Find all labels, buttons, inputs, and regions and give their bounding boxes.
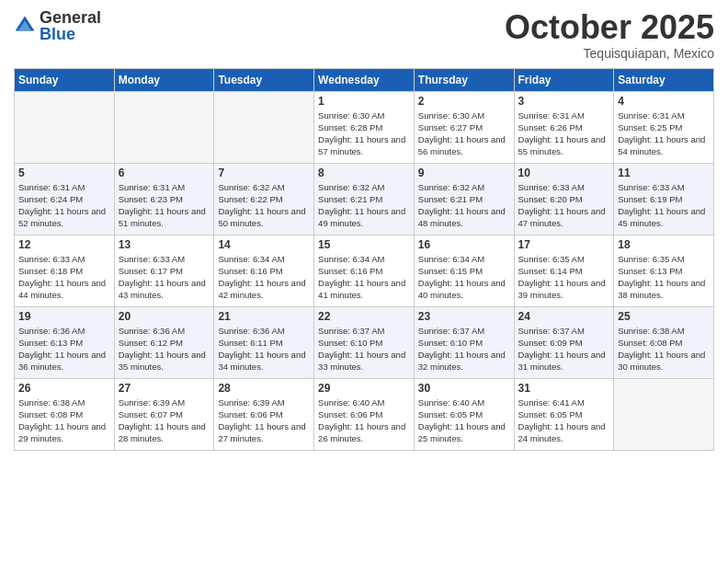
day-number: 24 bbox=[518, 310, 610, 323]
day-number: 20 bbox=[119, 310, 210, 323]
calendar-cell: 17Sunrise: 6:35 AMSunset: 6:14 PMDayligh… bbox=[514, 235, 614, 306]
day-number: 4 bbox=[618, 95, 710, 108]
day-info: Sunrise: 6:33 AMSunset: 6:20 PMDaylight:… bbox=[518, 181, 610, 230]
title-block: October 2025 Tequisquiapan, Mexico bbox=[505, 9, 714, 61]
day-info: Sunrise: 6:31 AMSunset: 6:26 PMDaylight:… bbox=[518, 109, 610, 158]
calendar-cell: 9Sunrise: 6:32 AMSunset: 6:21 PMDaylight… bbox=[414, 163, 514, 235]
weekday-header: Thursday bbox=[414, 68, 514, 91]
day-number: 30 bbox=[418, 382, 510, 395]
day-number: 19 bbox=[18, 310, 110, 323]
day-number: 9 bbox=[418, 167, 510, 179]
day-number: 16 bbox=[418, 238, 510, 251]
day-number: 7 bbox=[218, 167, 310, 179]
calendar-table: SundayMondayTuesdayWednesdayThursdayFrid… bbox=[14, 68, 714, 451]
location: Tequisquiapan, Mexico bbox=[505, 46, 714, 61]
calendar-week-row: 1Sunrise: 6:30 AMSunset: 6:28 PMDaylight… bbox=[15, 91, 714, 163]
day-info: Sunrise: 6:33 AMSunset: 6:17 PMDaylight:… bbox=[119, 253, 210, 302]
day-info: Sunrise: 6:35 AMSunset: 6:13 PMDaylight:… bbox=[618, 253, 710, 302]
day-number: 23 bbox=[418, 310, 510, 323]
day-info: Sunrise: 6:37 AMSunset: 6:10 PMDaylight:… bbox=[418, 325, 510, 373]
day-number: 28 bbox=[218, 382, 310, 395]
day-number: 5 bbox=[18, 167, 110, 179]
day-info: Sunrise: 6:32 AMSunset: 6:21 PMDaylight:… bbox=[418, 181, 510, 230]
day-info: Sunrise: 6:38 AMSunset: 6:08 PMDaylight:… bbox=[18, 396, 110, 445]
day-info: Sunrise: 6:41 AMSunset: 6:05 PMDaylight:… bbox=[518, 396, 610, 445]
day-info: Sunrise: 6:32 AMSunset: 6:21 PMDaylight:… bbox=[318, 181, 410, 230]
weekday-header: Monday bbox=[114, 68, 214, 91]
day-number: 18 bbox=[618, 238, 710, 251]
calendar-cell: 15Sunrise: 6:34 AMSunset: 6:16 PMDayligh… bbox=[314, 235, 415, 306]
calendar-cell: 13Sunrise: 6:33 AMSunset: 6:17 PMDayligh… bbox=[114, 235, 214, 306]
calendar-cell: 21Sunrise: 6:36 AMSunset: 6:11 PMDayligh… bbox=[214, 306, 314, 378]
day-number: 14 bbox=[218, 238, 310, 251]
calendar-cell bbox=[214, 91, 314, 163]
weekday-header: Friday bbox=[514, 68, 614, 91]
calendar-cell: 3Sunrise: 6:31 AMSunset: 6:26 PMDaylight… bbox=[514, 91, 614, 163]
day-number: 12 bbox=[18, 238, 110, 251]
day-number: 2 bbox=[418, 95, 510, 108]
logo-text: General Blue bbox=[40, 9, 101, 42]
day-info: Sunrise: 6:34 AMSunset: 6:15 PMDaylight:… bbox=[418, 253, 510, 302]
calendar-cell: 6Sunrise: 6:31 AMSunset: 6:23 PMDaylight… bbox=[114, 163, 214, 235]
calendar-week-row: 26Sunrise: 6:38 AMSunset: 6:08 PMDayligh… bbox=[15, 378, 714, 450]
day-info: Sunrise: 6:31 AMSunset: 6:24 PMDaylight:… bbox=[18, 181, 110, 230]
day-info: Sunrise: 6:32 AMSunset: 6:22 PMDaylight:… bbox=[218, 181, 310, 230]
calendar-cell: 8Sunrise: 6:32 AMSunset: 6:21 PMDaylight… bbox=[314, 163, 415, 235]
calendar-cell: 26Sunrise: 6:38 AMSunset: 6:08 PMDayligh… bbox=[15, 378, 115, 450]
calendar-cell: 20Sunrise: 6:36 AMSunset: 6:12 PMDayligh… bbox=[114, 306, 214, 378]
weekday-header: Wednesday bbox=[314, 68, 415, 91]
calendar-cell: 22Sunrise: 6:37 AMSunset: 6:10 PMDayligh… bbox=[314, 306, 415, 378]
day-info: Sunrise: 6:33 AMSunset: 6:19 PMDaylight:… bbox=[618, 181, 710, 230]
calendar-week-row: 19Sunrise: 6:36 AMSunset: 6:13 PMDayligh… bbox=[15, 306, 714, 378]
day-info: Sunrise: 6:37 AMSunset: 6:09 PMDaylight:… bbox=[518, 325, 610, 373]
calendar-cell: 14Sunrise: 6:34 AMSunset: 6:16 PMDayligh… bbox=[214, 235, 314, 306]
day-number: 22 bbox=[318, 310, 410, 323]
day-number: 26 bbox=[18, 382, 110, 395]
day-info: Sunrise: 6:33 AMSunset: 6:18 PMDaylight:… bbox=[18, 253, 110, 302]
logo-general: General bbox=[40, 9, 101, 26]
day-number: 6 bbox=[119, 167, 210, 179]
calendar-cell: 7Sunrise: 6:32 AMSunset: 6:22 PMDaylight… bbox=[214, 163, 314, 235]
day-info: Sunrise: 6:31 AMSunset: 6:25 PMDaylight:… bbox=[618, 109, 710, 158]
day-number: 1 bbox=[318, 95, 410, 108]
day-number: 29 bbox=[318, 382, 410, 395]
weekday-header: Saturday bbox=[614, 68, 714, 91]
logo-icon bbox=[14, 15, 36, 37]
day-number: 15 bbox=[318, 238, 410, 251]
calendar-cell: 30Sunrise: 6:40 AMSunset: 6:05 PMDayligh… bbox=[414, 378, 514, 450]
calendar-cell: 11Sunrise: 6:33 AMSunset: 6:19 PMDayligh… bbox=[614, 163, 714, 235]
calendar-cell bbox=[15, 91, 115, 163]
calendar-cell: 10Sunrise: 6:33 AMSunset: 6:20 PMDayligh… bbox=[514, 163, 614, 235]
day-info: Sunrise: 6:36 AMSunset: 6:11 PMDaylight:… bbox=[218, 325, 310, 373]
day-number: 27 bbox=[119, 382, 210, 395]
logo-blue: Blue bbox=[40, 26, 101, 42]
day-number: 3 bbox=[518, 95, 610, 108]
calendar-cell: 25Sunrise: 6:38 AMSunset: 6:08 PMDayligh… bbox=[614, 306, 714, 378]
day-number: 8 bbox=[318, 167, 410, 179]
day-info: Sunrise: 6:37 AMSunset: 6:10 PMDaylight:… bbox=[318, 325, 410, 373]
page: General Blue October 2025 Tequisquiapan,… bbox=[0, 0, 728, 563]
calendar-cell: 31Sunrise: 6:41 AMSunset: 6:05 PMDayligh… bbox=[514, 378, 614, 450]
calendar-cell: 16Sunrise: 6:34 AMSunset: 6:15 PMDayligh… bbox=[414, 235, 514, 306]
day-info: Sunrise: 6:40 AMSunset: 6:05 PMDaylight:… bbox=[418, 396, 510, 445]
calendar-cell: 27Sunrise: 6:39 AMSunset: 6:07 PMDayligh… bbox=[114, 378, 214, 450]
day-number: 17 bbox=[518, 238, 610, 251]
header: General Blue October 2025 Tequisquiapan,… bbox=[14, 9, 714, 61]
weekday-header: Tuesday bbox=[214, 68, 314, 91]
day-info: Sunrise: 6:40 AMSunset: 6:06 PMDaylight:… bbox=[318, 396, 410, 445]
logo: General Blue bbox=[14, 9, 101, 42]
calendar-cell: 19Sunrise: 6:36 AMSunset: 6:13 PMDayligh… bbox=[15, 306, 115, 378]
calendar-cell: 24Sunrise: 6:37 AMSunset: 6:09 PMDayligh… bbox=[514, 306, 614, 378]
day-number: 13 bbox=[119, 238, 210, 251]
calendar-cell: 18Sunrise: 6:35 AMSunset: 6:13 PMDayligh… bbox=[614, 235, 714, 306]
day-info: Sunrise: 6:34 AMSunset: 6:16 PMDaylight:… bbox=[218, 253, 310, 302]
month-title: October 2025 bbox=[505, 9, 714, 46]
day-number: 10 bbox=[518, 167, 610, 179]
day-info: Sunrise: 6:36 AMSunset: 6:13 PMDaylight:… bbox=[18, 325, 110, 373]
calendar-cell: 4Sunrise: 6:31 AMSunset: 6:25 PMDaylight… bbox=[614, 91, 714, 163]
calendar-cell: 28Sunrise: 6:39 AMSunset: 6:06 PMDayligh… bbox=[214, 378, 314, 450]
day-number: 21 bbox=[218, 310, 310, 323]
calendar-cell: 12Sunrise: 6:33 AMSunset: 6:18 PMDayligh… bbox=[15, 235, 115, 306]
day-info: Sunrise: 6:31 AMSunset: 6:23 PMDaylight:… bbox=[119, 181, 210, 230]
calendar-cell bbox=[614, 378, 714, 450]
